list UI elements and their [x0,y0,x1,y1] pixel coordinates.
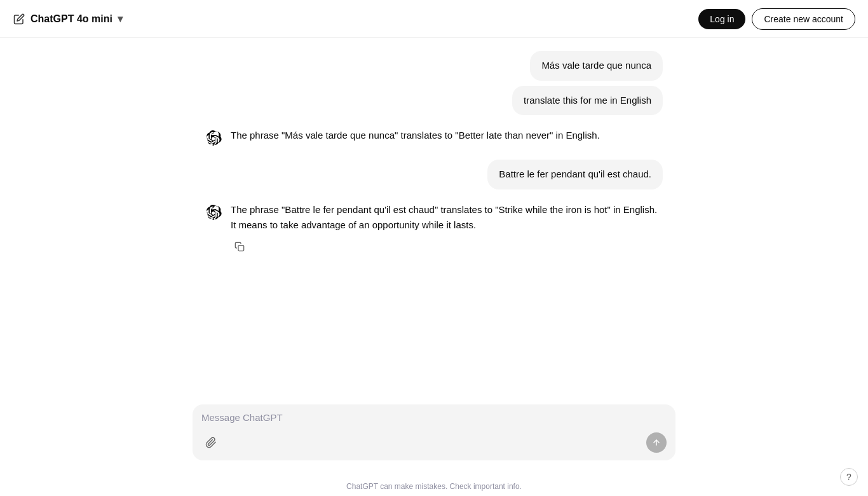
send-button[interactable] [646,432,667,453]
user-bubble: Más vale tarde que nunca [530,51,663,81]
edit-icon[interactable] [13,13,25,25]
model-selector[interactable]: ChatGPT 4o mini ▾ [31,13,125,25]
header-left: ChatGPT 4o mini ▾ [13,13,125,25]
assistant-content-1: The phrase "Más vale tarde que nunca" tr… [231,128,663,143]
attach-button[interactable] [201,433,220,452]
messages-wrapper: Más vale tarde que nunca translate this … [193,51,675,256]
message-input[interactable] [201,412,667,427]
login-button[interactable]: Log in [698,9,745,29]
assistant-text-1: The phrase "Más vale tarde que nunca" tr… [231,128,663,143]
header: ChatGPT 4o mini ▾ Log in Create new acco… [0,0,868,38]
create-account-button[interactable]: Create new account [752,8,855,30]
svg-rect-0 [238,245,244,251]
input-bottom [201,432,667,453]
input-wrapper [193,404,675,460]
assistant-message-1: The phrase "Más vale tarde que nunca" tr… [205,128,663,147]
assistant-content-2: The phrase "Battre le fer pendant qu'il … [231,202,663,256]
user-message-group-1: Más vale tarde que nunca translate this … [205,51,663,115]
user-bubble: Battre le fer pendant qu'il est chaud. [487,160,663,189]
assistant-text-2: The phrase "Battre le fer pendant qu'il … [231,202,663,233]
chatgpt-avatar [205,129,223,147]
footer: ChatGPT can make mistakes. Check importa… [0,479,868,496]
user-bubble: translate this for me in English [512,86,663,116]
chatgpt-avatar-2 [205,203,223,221]
user-message-group-2: Battre le fer pendant qu'il est chaud. [205,160,663,189]
assistant-message-2: The phrase "Battre le fer pendant qu'il … [205,202,663,256]
header-right: Log in Create new account [698,8,855,30]
model-name: ChatGPT 4o mini [31,13,112,25]
chat-container: Más vale tarde que nunca translate this … [0,38,868,397]
copy-button[interactable] [231,238,248,256]
help-button[interactable]: ? [840,468,858,486]
input-area [0,397,868,479]
disclaimer-text: ChatGPT can make mistakes. Check importa… [346,482,522,491]
chevron-down-icon: ▾ [115,14,125,24]
